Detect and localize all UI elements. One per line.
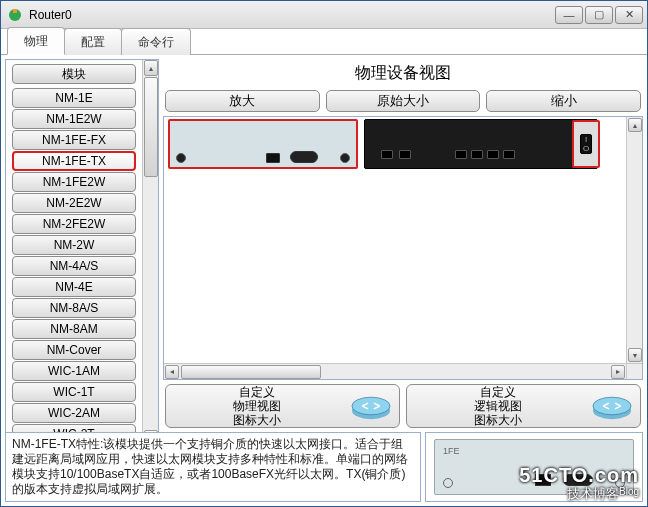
ethernet-port-icon[interactable] (455, 150, 467, 159)
custom-logical-icon-button[interactable]: 自定义 逻辑视图 图标大小 (406, 384, 641, 428)
module-item-nm-4e[interactable]: NM-4E (12, 277, 136, 297)
titlebar: Router0 — ▢ ✕ (1, 1, 647, 29)
module-item-wic-1am[interactable]: WIC-1AM (12, 361, 136, 381)
module-item-wic-2t[interactable]: WIC-2T (12, 424, 136, 432)
scroll-up-icon[interactable]: ▴ (628, 118, 642, 132)
zoom-original-button[interactable]: 原始大小 (326, 90, 481, 112)
tab-config[interactable]: 配置 (64, 28, 122, 55)
module-item-nm-1e[interactable]: NM-1E (12, 88, 136, 108)
window-title: Router0 (29, 8, 553, 22)
module-item-wic-1t[interactable]: WIC-1T (12, 382, 136, 402)
ethernet-port-icon[interactable] (381, 150, 393, 159)
module-list-panel: 模块 NM-1E NM-1E2W NM-1FE-FX NM-1FE-TX NM-… (5, 59, 159, 432)
module-item-nm-cover[interactable]: NM-Cover (12, 340, 136, 360)
serial-port-icon[interactable] (290, 151, 318, 163)
device-view-canvas[interactable]: IO (164, 117, 626, 363)
scroll-down-icon[interactable]: ▾ (144, 430, 158, 432)
module-item-nm-8am[interactable]: NM-8AM (12, 319, 136, 339)
app-icon (7, 7, 23, 23)
screw-hole-icon (176, 153, 186, 163)
module-item-nm-1e2w[interactable]: NM-1E2W (12, 109, 136, 129)
right-panel: 物理设备视图 放大 原始大小 缩小 (163, 59, 643, 428)
power-on-icon: I (581, 135, 591, 144)
preview-label: 1FE (443, 446, 460, 456)
module-list-scrollbar[interactable]: ▴ ▾ (142, 60, 158, 432)
zoom-in-button[interactable]: 放大 (165, 90, 320, 112)
module-item-nm-2e2w[interactable]: NM-2E2W (12, 193, 136, 213)
maximize-button[interactable]: ▢ (585, 6, 613, 24)
custom-logical-label: 自定义 逻辑视图 图标大小 (413, 385, 582, 427)
scroll-right-icon[interactable]: ▸ (611, 365, 625, 379)
ethernet-port-icon (535, 474, 551, 486)
module-preview-card[interactable]: 1FE (434, 439, 634, 495)
custom-icon-row: 自定义 物理视图 图标大小 自定义 逻辑视图 图标大小 (163, 384, 643, 428)
scroll-left-icon[interactable]: ◂ (165, 365, 179, 379)
module-item-nm-1fe-tx[interactable]: NM-1FE-TX (12, 151, 136, 171)
device-hscrollbar[interactable]: ◂ ▸ (164, 363, 626, 379)
close-button[interactable]: ✕ (615, 6, 643, 24)
module-list-header[interactable]: 模块 (12, 64, 136, 84)
bottom-row: NM-1FE-TX特性:该模块提供一个支持铜介质的快速以太网接口。适合于组建远距… (1, 432, 647, 506)
ethernet-port-icon[interactable] (471, 150, 483, 159)
module-item-wic-2am[interactable]: WIC-2AM (12, 403, 136, 423)
module-item-nm-2w[interactable]: NM-2W (12, 235, 136, 255)
svg-rect-1 (13, 9, 17, 13)
router-chassis[interactable]: IO (168, 119, 598, 177)
module-item-nm-2fe2w[interactable]: NM-2FE2W (12, 214, 136, 234)
zoom-row: 放大 原始大小 缩小 (163, 90, 643, 112)
module-item-nm-1fe-fx[interactable]: NM-1FE-FX (12, 130, 136, 150)
minimize-button[interactable]: — (555, 6, 583, 24)
device-view-title: 物理设备视图 (163, 59, 643, 86)
router-icon (349, 389, 393, 423)
scroll-thumb[interactable] (144, 77, 158, 177)
device-view-pane[interactable]: IO ▴ ▾ ◂ ▸ (163, 116, 643, 380)
app-window: Router0 — ▢ ✕ 物理 配置 命令行 模块 NM-1E NM-1E2W… (0, 0, 648, 507)
screw-hole-icon (615, 478, 625, 488)
scroll-up-icon[interactable]: ▴ (144, 60, 158, 76)
ethernet-port-icon[interactable] (487, 150, 499, 159)
module-description: NM-1FE-TX特性:该模块提供一个支持铜介质的快速以太网接口。适合于组建远距… (5, 432, 421, 502)
tab-physical[interactable]: 物理 (7, 27, 65, 55)
module-slot-highlighted[interactable] (168, 119, 358, 169)
custom-physical-label: 自定义 物理视图 图标大小 (172, 385, 341, 427)
custom-physical-icon-button[interactable]: 自定义 物理视图 图标大小 (165, 384, 400, 428)
device-vscrollbar[interactable]: ▴ ▾ (626, 117, 642, 363)
tab-cli[interactable]: 命令行 (121, 28, 191, 55)
module-preview[interactable]: 1FE (425, 432, 643, 502)
module-item-nm-8as[interactable]: NM-8A/S (12, 298, 136, 318)
screw-hole-icon (340, 153, 350, 163)
svg-point-3 (352, 397, 390, 415)
scroll-down-icon[interactable]: ▾ (628, 348, 642, 362)
content-area: 模块 NM-1E NM-1E2W NM-1FE-FX NM-1FE-TX NM-… (1, 55, 647, 432)
ethernet-port-icon[interactable] (503, 150, 515, 159)
ethernet-port-icon[interactable] (399, 150, 411, 159)
router-back-panel[interactable]: IO (364, 119, 598, 169)
ethernet-port-icon[interactable] (266, 153, 280, 163)
module-item-nm-4as[interactable]: NM-4A/S (12, 256, 136, 276)
power-switch-highlighted[interactable]: IO (572, 120, 600, 168)
module-item-nm-1fe2w[interactable]: NM-1FE2W (12, 172, 136, 192)
power-off-icon: O (581, 144, 591, 153)
main-tabstrip: 物理 配置 命令行 (1, 29, 647, 55)
router-icon (590, 389, 634, 423)
zoom-out-button[interactable]: 缩小 (486, 90, 641, 112)
serial-port-icon (563, 474, 593, 486)
scroll-thumb[interactable] (181, 365, 321, 379)
svg-point-5 (593, 397, 631, 415)
screw-hole-icon (443, 478, 453, 488)
scroll-corner (626, 363, 642, 379)
